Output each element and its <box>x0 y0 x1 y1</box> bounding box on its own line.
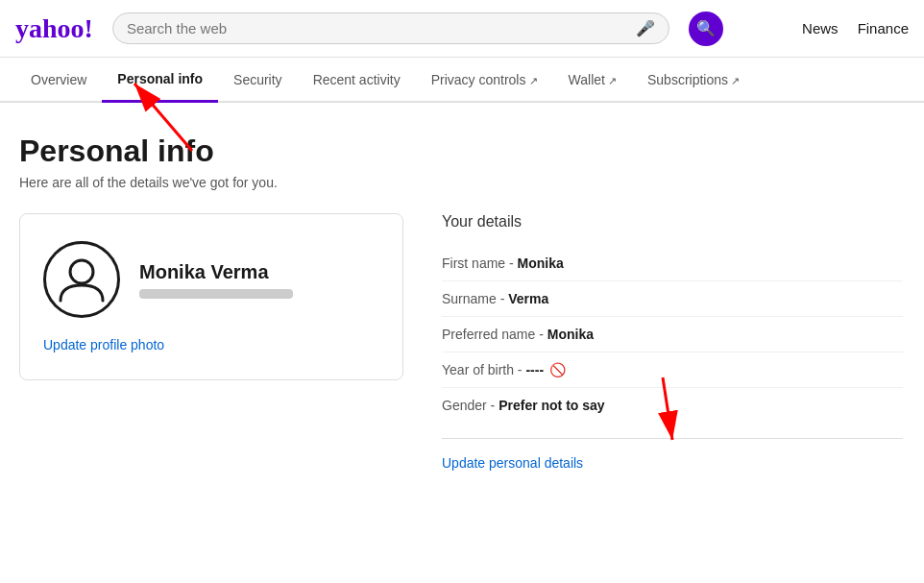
page-wrapper: yahoo! 🎤 🔍 News Finance Overview Persona… <box>0 0 924 502</box>
mic-icon: 🎤 <box>636 19 655 37</box>
subnav-personal-info[interactable]: Personal info <box>102 58 218 103</box>
svg-point-2 <box>70 260 93 283</box>
update-photo-link[interactable]: Update profile photo <box>43 337 379 352</box>
nav-news[interactable]: News <box>802 20 839 36</box>
page-title: Personal info <box>19 134 903 169</box>
avatar <box>43 241 120 318</box>
profile-text: Monika Verma <box>139 261 293 299</box>
nav-finance[interactable]: Finance <box>858 20 909 36</box>
detail-label-surname: Surname <box>442 291 497 306</box>
profile-info: Monika Verma <box>43 241 379 318</box>
avatar-icon <box>53 251 110 308</box>
sub-nav: Overview Personal info Security Recent a… <box>0 58 924 103</box>
detail-value-preferred-name: Monika <box>547 327 594 342</box>
profile-email-blurred <box>139 289 293 299</box>
update-personal-details-link[interactable]: Update personal details <box>442 455 583 471</box>
subnav-subscriptions[interactable]: Subscriptions <box>632 59 755 101</box>
header: yahoo! 🎤 🔍 News Finance <box>0 0 924 58</box>
detail-row-preferred-name: Preferred name - Monika <box>442 317 903 352</box>
search-bar: 🎤 <box>112 12 669 44</box>
hidden-icon: 🚫 <box>549 362 566 377</box>
detail-value-surname: Verma <box>508 291 548 306</box>
detail-label-preferred-name: Preferred name <box>442 327 535 342</box>
profile-card: Monika Verma Update profile photo <box>19 213 403 380</box>
detail-label-firstname: First name <box>442 255 505 271</box>
details-panel: Your details First name - Monika Surname… <box>442 213 903 472</box>
subnav-recent-activity[interactable]: Recent activity <box>298 59 416 101</box>
page-subtitle: Here are all of the details we've got fo… <box>19 175 903 190</box>
search-input[interactable] <box>127 20 628 36</box>
detail-value-firstname: Monika <box>518 255 564 271</box>
header-nav: News Finance <box>802 20 909 36</box>
detail-value-gender: Prefer not to say <box>498 398 604 413</box>
detail-row-surname: Surname - Verma <box>442 281 903 317</box>
yahoo-logo: yahoo! <box>15 13 93 44</box>
search-button[interactable]: 🔍 <box>689 12 723 46</box>
subnav-overview[interactable]: Overview <box>15 59 102 101</box>
detail-row-year-of-birth: Year of birth - ---- 🚫 <box>442 352 903 388</box>
detail-row-firstname: First name - Monika <box>442 246 903 281</box>
detail-row-gender: Gender - Prefer not to say <box>442 388 903 423</box>
detail-value-year-of-birth: ---- <box>525 362 544 377</box>
subnav-privacy-controls[interactable]: Privacy controls <box>416 59 553 101</box>
profile-name: Monika Verma <box>139 261 293 283</box>
detail-label-gender: Gender <box>442 398 487 413</box>
main-content: Personal info Here are all of the detail… <box>0 103 922 502</box>
detail-label-year-of-birth: Year of birth <box>442 362 514 377</box>
details-divider <box>442 438 903 439</box>
subnav-wallet[interactable]: Wallet <box>553 59 632 101</box>
content-layout: Monika Verma Update profile photo Your d… <box>19 213 903 472</box>
details-title: Your details <box>442 213 903 231</box>
subnav-security[interactable]: Security <box>218 59 298 101</box>
